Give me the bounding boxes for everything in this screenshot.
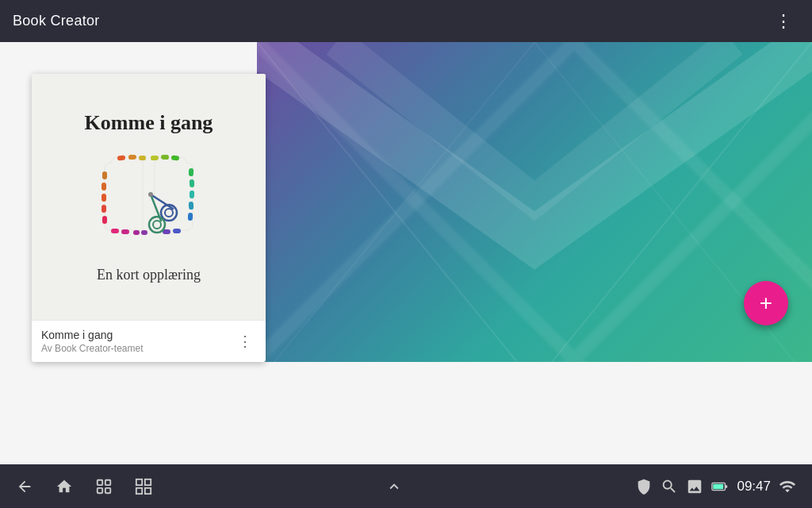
back-button[interactable] <box>16 478 33 495</box>
svg-rect-9 <box>171 156 179 161</box>
book-icon-svg <box>87 151 210 250</box>
book-card[interactable]: Komme i gang <box>32 74 266 362</box>
overflow-menu-button[interactable]: ⋮ <box>768 8 799 35</box>
fab-add-button[interactable]: + <box>744 281 788 325</box>
book-meta-title: Komme i gang <box>41 329 144 341</box>
settings-icon <box>661 478 678 495</box>
up-button[interactable] <box>385 478 403 495</box>
nav-bar: 09:47 <box>0 464 812 508</box>
back-icon <box>16 478 33 495</box>
wifi-icon <box>779 478 796 495</box>
svg-rect-19 <box>121 229 129 234</box>
book-cover: Komme i gang <box>32 74 266 320</box>
svg-rect-15 <box>173 229 181 233</box>
svg-point-32 <box>148 192 153 197</box>
svg-rect-37 <box>136 479 142 484</box>
svg-rect-39 <box>136 487 142 493</box>
wifi-icon-svg <box>779 478 796 495</box>
svg-rect-22 <box>102 205 106 213</box>
nav-left-icons <box>16 478 152 495</box>
nav-center <box>385 478 403 495</box>
lower-area <box>0 362 812 464</box>
book-icon <box>86 149 213 252</box>
up-icon <box>385 478 403 495</box>
app-bar: Book Creator ⋮ <box>0 0 812 42</box>
nav-right-status: 09:47 <box>635 478 796 495</box>
svg-rect-34 <box>105 479 110 484</box>
home-icon <box>56 478 73 495</box>
location-icon <box>635 478 653 495</box>
app-title: Book Creator <box>13 13 100 29</box>
book-meta: Komme i gang Av Book Creator-teamet ⋮ <box>32 320 266 362</box>
svg-rect-7 <box>151 156 159 160</box>
svg-rect-38 <box>145 479 151 484</box>
svg-rect-4 <box>117 156 125 161</box>
svg-rect-43 <box>714 483 724 488</box>
svg-rect-14 <box>188 213 193 221</box>
battery-icon-svg <box>711 478 729 495</box>
book-cover-subtitle: En kort opplæring <box>97 267 201 283</box>
svg-rect-35 <box>98 487 102 492</box>
recent-apps-button[interactable] <box>95 478 113 495</box>
svg-rect-21 <box>102 216 107 224</box>
svg-rect-8 <box>161 155 169 160</box>
photo-icon-svg <box>686 478 703 495</box>
book-meta-author: Av Book Creator-teamet <box>41 343 144 354</box>
svg-rect-10 <box>189 168 194 176</box>
svg-rect-6 <box>139 156 146 160</box>
svg-rect-33 <box>98 479 102 484</box>
shield-icon <box>635 478 653 495</box>
svg-rect-13 <box>189 202 194 210</box>
photo-icon <box>686 478 703 495</box>
svg-rect-17 <box>141 230 147 235</box>
svg-rect-18 <box>133 230 140 235</box>
home-button[interactable] <box>56 478 73 495</box>
book-cover-title: Komme i gang <box>85 111 213 135</box>
main-content: Komme i gang <box>0 42 812 464</box>
screenshot-icon <box>135 478 152 495</box>
svg-point-27 <box>165 209 173 217</box>
svg-rect-11 <box>190 179 194 187</box>
screenshot-button[interactable] <box>135 478 152 495</box>
svg-rect-20 <box>111 229 119 233</box>
svg-rect-40 <box>145 487 151 493</box>
book-meta-info: Komme i gang Av Book Creator-teamet <box>41 329 144 354</box>
svg-rect-5 <box>128 155 136 160</box>
shelf-area: Komme i gang <box>0 42 812 362</box>
battery-icon <box>711 478 729 495</box>
svg-rect-24 <box>102 183 106 190</box>
svg-rect-42 <box>726 485 728 488</box>
svg-rect-23 <box>102 194 106 202</box>
wrench-icon <box>661 478 678 495</box>
book-more-button[interactable]: ⋮ <box>235 329 256 353</box>
status-time: 09:47 <box>737 479 771 495</box>
fab-plus-icon: + <box>760 291 772 316</box>
recent-apps-icon <box>95 478 113 495</box>
svg-rect-25 <box>102 171 107 179</box>
svg-rect-36 <box>105 487 110 492</box>
svg-rect-12 <box>190 190 194 198</box>
